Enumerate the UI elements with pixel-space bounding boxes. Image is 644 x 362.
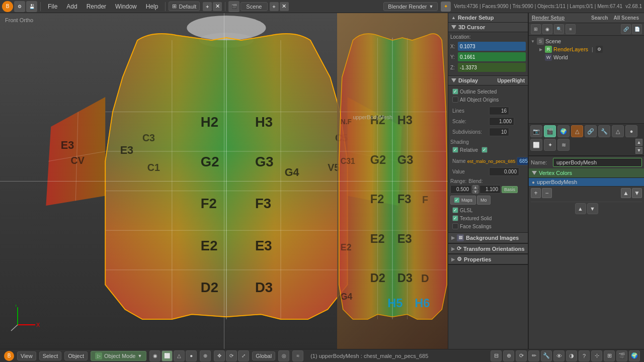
properties-header[interactable]: ▶ ⚙ Properties <box>448 254 528 264</box>
solid-shading-icon[interactable]: ◉ <box>149 350 160 361</box>
layer-icon[interactable]: ⊞ <box>604 350 615 361</box>
object-mode-btn[interactable]: ▷ Object Mode ▼ <box>91 351 146 361</box>
rl-expand-icon[interactable]: ▶ <box>538 47 543 52</box>
world-icon-bottom[interactable]: 🌍 <box>629 350 640 361</box>
scene-icon-bottom[interactable]: 🎬 <box>616 350 627 361</box>
3d-viewport[interactable]: Front Ortho <box>0 13 448 349</box>
render-menu[interactable]: Render <box>83 2 110 11</box>
rotate-icon[interactable]: ⟳ <box>226 350 237 361</box>
panel-scroll-down[interactable]: ▼ <box>635 147 642 154</box>
proportional-type-icon[interactable]: ≈ <box>292 350 303 361</box>
screen-layout-selector[interactable]: ⊞ Default <box>169 2 200 11</box>
material-icon[interactable]: ● <box>625 125 637 137</box>
world-props-icon[interactable]: 🌍 <box>557 125 570 137</box>
tree-item-renderlayer[interactable]: ▶ R RenderLayers | ⚙ <box>530 45 642 53</box>
engine-selector[interactable]: Blender Render ▼ <box>383 2 438 11</box>
scene-props-icon[interactable]: 🎬 <box>544 125 556 137</box>
add-menu[interactable]: Add <box>62 2 81 11</box>
file-menu[interactable]: File <box>44 2 61 11</box>
cursor-pos-icon[interactable]: ⊹ <box>591 350 602 361</box>
new-data-icon[interactable]: 📄 <box>632 24 642 34</box>
scene-expand-icon[interactable]: ▼ <box>530 39 535 44</box>
remove-scene-icon[interactable]: ✕ <box>280 2 289 11</box>
vc-scroll-down[interactable]: ▼ <box>632 188 642 198</box>
view-menu-bottom[interactable]: View <box>17 351 36 360</box>
overlay-icon[interactable]: ⊕ <box>503 350 514 361</box>
bg-images-header[interactable]: ▶ 🖼 Background Images <box>448 233 528 243</box>
physics-icon[interactable]: ≋ <box>557 139 570 151</box>
x-input[interactable] <box>458 42 526 51</box>
cursor-header[interactable]: 3D Cursor <box>448 23 528 32</box>
save-icon[interactable]: 💾 <box>26 1 37 12</box>
add-scene-icon[interactable]: + <box>270 2 279 11</box>
object-menu-bottom[interactable]: Object <box>64 351 88 360</box>
range-down-arrow[interactable]: ▼ <box>472 190 478 194</box>
display-mode-icon[interactable]: ◉ <box>542 24 552 34</box>
constraints-icon[interactable]: 🔗 <box>585 125 597 137</box>
sort-icon[interactable]: ≡ <box>566 24 576 34</box>
origins-checkbox[interactable] <box>452 97 458 103</box>
snap-icon[interactable]: ⊕ <box>200 350 211 361</box>
texture-icon[interactable]: ⬜ <box>530 139 542 151</box>
outline-checkbox[interactable] <box>452 88 458 95</box>
shading-icon-2[interactable]: ◑ <box>566 350 577 361</box>
wire-shading-icon[interactable]: △ <box>174 350 185 361</box>
rl-settings-icon[interactable]: ⚙ <box>596 46 603 53</box>
vertex-colors-header[interactable]: Vertex Colors <box>529 168 644 178</box>
face-scaling-checkbox[interactable] <box>452 223 458 229</box>
all-scenes-btn[interactable]: All Scenes <box>611 15 641 21</box>
z-input[interactable] <box>458 63 526 72</box>
toggle-mo-btn[interactable]: Mo <box>477 196 491 205</box>
timeline-icon[interactable]: ⊟ <box>491 350 502 361</box>
panel-end-down[interactable]: ▼ <box>587 203 598 214</box>
render-props-icon[interactable]: 📷 <box>530 125 542 137</box>
render-icon[interactable]: 🎬 <box>228 1 239 12</box>
scene-selector[interactable]: Scene <box>240 2 267 11</box>
bottom-blender-icon[interactable]: B <box>4 351 14 361</box>
tree-item-scene[interactable]: ▼ S Scene <box>530 37 642 45</box>
transform-header[interactable]: ▶ ⟳ Transform Orientations <box>448 244 528 254</box>
grab-icon[interactable]: ✥ <box>214 350 225 361</box>
proportional-icon[interactable]: ◎ <box>278 350 289 361</box>
vc-remove-btn[interactable]: − <box>542 188 552 198</box>
select-menu-bottom[interactable]: Select <box>39 351 62 360</box>
maps-checkbox[interactable] <box>454 197 460 203</box>
glsl-checkbox[interactable] <box>452 207 458 213</box>
window-menu[interactable]: Window <box>111 2 141 11</box>
range-up-arrow[interactable]: ▲ <box>472 185 478 189</box>
global-select[interactable]: Global <box>252 351 275 360</box>
relative-checkbox2[interactable] <box>481 147 488 153</box>
object-props-icon[interactable]: △ <box>571 125 583 137</box>
vertex-color-item[interactable]: ● upperBodyMesh <box>529 178 644 187</box>
tool-icon[interactable]: 🔧 <box>541 350 552 361</box>
view-type-icon[interactable]: ⊞ <box>531 24 541 34</box>
render-shading-icon[interactable]: ● <box>186 350 197 361</box>
data-props-icon[interactable]: △ <box>612 125 624 137</box>
modifier-icon[interactable]: 🔧 <box>598 125 610 137</box>
scale-icon[interactable]: ⤢ <box>238 350 249 361</box>
annotation-icon[interactable]: ✏ <box>528 350 539 361</box>
view-icon[interactable]: 👁 <box>553 350 565 361</box>
help-icon[interactable]: ? <box>579 350 590 361</box>
textured-checkbox[interactable] <box>452 215 458 221</box>
filter-icon[interactable]: 🔍 <box>554 24 564 34</box>
sync-icon[interactable]: 🔗 <box>621 24 631 34</box>
particles-icon[interactable]: ✦ <box>544 139 556 151</box>
textured-shading-icon[interactable]: ⬜ <box>162 350 173 361</box>
y-input[interactable] <box>458 52 526 61</box>
vc-add-btn[interactable]: + <box>531 188 541 198</box>
blender-icon[interactable]: B <box>2 1 13 12</box>
relative-checkbox[interactable] <box>452 147 458 153</box>
vc-scroll-up[interactable]: ▲ <box>621 188 631 198</box>
toggle-maps-btn[interactable]: Maps <box>450 196 476 205</box>
mesh-name-input[interactable] <box>553 158 642 167</box>
search-btn[interactable]: Search <box>589 15 610 21</box>
remove-layout-icon[interactable]: ✕ <box>213 2 222 11</box>
engine-settings-icon[interactable]: ✦ <box>441 2 451 12</box>
settings-icon[interactable]: ⚙ <box>14 1 25 12</box>
panel-end-up[interactable]: ▲ <box>575 203 586 214</box>
add-layout-icon[interactable]: + <box>203 2 212 11</box>
help-menu[interactable]: Help <box>142 2 163 11</box>
basis-btn[interactable]: Basis <box>502 186 518 193</box>
tree-item-world[interactable]: W World <box>530 53 642 61</box>
